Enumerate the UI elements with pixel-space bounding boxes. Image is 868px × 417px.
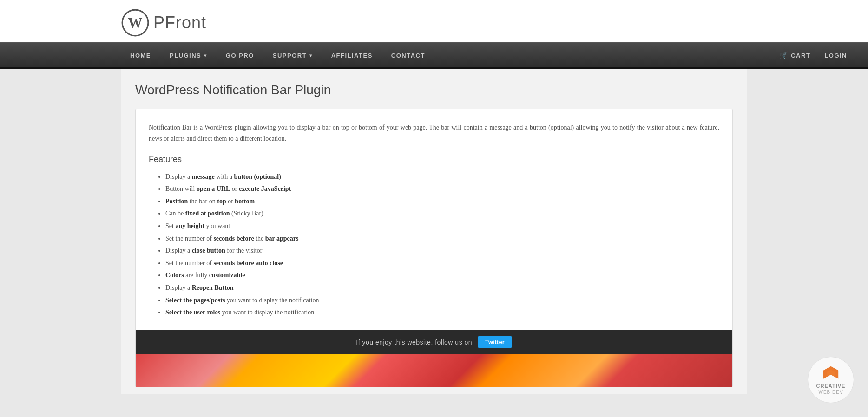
nav-left-items: HOME PLUGINS ▾ GO PRO SUPPORT ▾ AFFILIAT… <box>121 43 772 67</box>
site-logo-text: PFront <box>153 13 206 33</box>
cart-icon: 🛒 <box>779 51 789 59</box>
main-content: WordPress Notification Bar Plugin Notifi… <box>121 69 747 394</box>
list-item: Select the user roles you want to displa… <box>165 306 719 319</box>
list-item: Display a Reopen Button <box>165 282 719 294</box>
content-box: Notification Bar is a WordPress plugin a… <box>135 109 733 387</box>
nav-item-home[interactable]: HOME <box>121 43 160 67</box>
badge-line1: CREATIVE <box>816 383 846 389</box>
list-item: Set the number of seconds before the bar… <box>165 233 719 245</box>
list-item: Display a message with a button (optiona… <box>165 171 719 183</box>
svg-text:W: W <box>128 15 143 31</box>
nav-right-items: 🛒 CART LOGIN <box>772 43 868 67</box>
list-item: Colors are fully customizable <box>165 269 719 282</box>
nav-item-support[interactable]: SUPPORT ▾ <box>263 43 322 67</box>
site-header: W PFront <box>0 0 868 42</box>
nav-cart-link[interactable]: 🛒 CART <box>772 51 818 59</box>
nav-item-contact[interactable]: CONTACT <box>382 43 434 67</box>
badge-widget: CREATIVE Web Dev <box>808 357 854 403</box>
main-navigation: HOME PLUGINS ▾ GO PRO SUPPORT ▾ AFFILIAT… <box>0 42 868 69</box>
image-strip <box>136 354 732 387</box>
features-list: Display a message with a button (optiona… <box>149 171 719 319</box>
list-item: Position the bar on top or bottom <box>165 195 719 208</box>
list-item: Set any height you want <box>165 220 719 233</box>
badge-line2: Web Dev <box>818 390 843 395</box>
nav-login-link[interactable]: LOGIN <box>817 43 854 67</box>
twitter-button[interactable]: Twitter <box>478 336 512 348</box>
list-item: Can be fixed at position (Sticky Bar) <box>165 208 719 220</box>
list-item: Set the number of seconds before auto cl… <box>165 257 719 270</box>
notification-bar-preview: If you enjoy this website, follow us on … <box>136 330 732 354</box>
list-item: Select the pages/posts you want to displ… <box>165 294 719 307</box>
support-dropdown-arrow-icon: ▾ <box>309 53 313 58</box>
features-heading: Features <box>149 155 719 164</box>
wordpress-logo-icon: W <box>121 8 150 37</box>
page-title: WordPress Notification Bar Plugin <box>135 83 733 98</box>
nav-item-affiliates[interactable]: AFFILIATES <box>322 43 382 67</box>
nav-item-plugins[interactable]: PLUGINS ▾ <box>160 43 217 67</box>
plugins-dropdown-arrow-icon: ▾ <box>204 53 207 58</box>
list-item: Button will open a URL or execute JavaSc… <box>165 183 719 195</box>
badge-circle: CREATIVE Web Dev <box>808 357 854 403</box>
creative-webdev-icon <box>822 365 839 382</box>
site-logo[interactable]: W PFront <box>121 8 206 37</box>
list-item: Display a close button for the visitor <box>165 245 719 257</box>
nav-item-go-pro[interactable]: GO PRO <box>217 43 263 67</box>
notification-bar-text: If you enjoy this website, follow us on <box>356 339 472 346</box>
intro-paragraph: Notification Bar is a WordPress plugin a… <box>149 122 719 144</box>
